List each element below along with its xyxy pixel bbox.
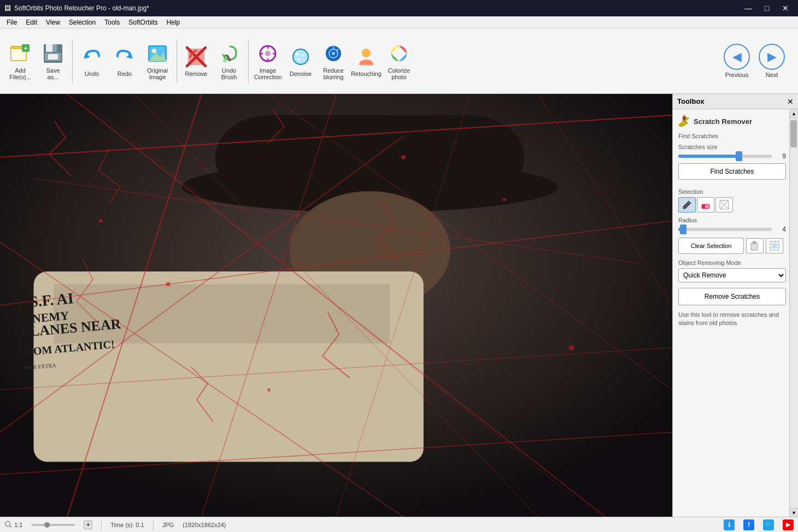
retouching-button[interactable]: Retouching — [350, 31, 382, 91]
svg-point-69 — [401, 155, 406, 159]
title-bar-left: 🖼 SoftOrbits Photo Retoucher Pro - old-m… — [4, 4, 149, 12]
zoom-slider-bar[interactable] — [31, 524, 75, 526]
toolbar-nav: ◀ Previous ▶ Next — [724, 44, 785, 78]
clear-selection-button[interactable]: Clear Selection — [678, 238, 744, 254]
paste-button-2[interactable] — [766, 238, 783, 253]
add-files-button[interactable]: + Add File(s)... — [4, 31, 36, 91]
selection-magic-button[interactable] — [715, 197, 733, 212]
object-removing-mode-label: Object Removing Mode — [678, 259, 786, 266]
zoom-plus-button[interactable]: + — [84, 521, 92, 529]
image-correction-icon — [256, 42, 279, 65]
svg-rect-6 — [52, 44, 57, 52]
menu-edit[interactable]: Edit — [21, 17, 42, 27]
info-icon[interactable]: ℹ — [724, 519, 735, 530]
facebook-icon[interactable]: f — [743, 519, 754, 530]
menu-file[interactable]: File — [2, 17, 21, 27]
reduce-blurring-button[interactable]: Reduce blurring — [318, 31, 349, 91]
time-label: Time (s): 0.1 — [110, 522, 144, 528]
zoom-icon — [4, 521, 12, 529]
format-label: JPG — [162, 522, 174, 528]
svg-point-19 — [223, 59, 227, 62]
find-scratches-section-label: Find Scratches — [678, 133, 786, 139]
undo-button[interactable]: Undo — [76, 31, 108, 91]
selection-eraser-button[interactable] — [697, 197, 714, 212]
app-icon: 🖼 — [4, 4, 11, 12]
radius-slider-container: 4 — [678, 226, 786, 233]
svg-point-66 — [503, 198, 506, 202]
find-scratches-button[interactable]: Find Scratches — [678, 163, 786, 180]
scroll-track — [790, 118, 798, 508]
toolbar: + Add File(s)... Save as... Undo — [0, 28, 798, 94]
toolbox-close-button[interactable]: ✕ — [787, 97, 794, 106]
image-correction-button[interactable]: Image Correction — [252, 31, 284, 91]
previous-nav-wrap: ◀ Previous — [724, 44, 750, 78]
zoom-slider-thumb[interactable] — [44, 522, 50, 528]
toolbar-sep-1 — [72, 39, 73, 83]
denoise-icon — [289, 45, 312, 68]
toolbox-scroll-up[interactable]: ▲ — [789, 109, 798, 118]
maximize-button[interactable]: □ — [759, 3, 775, 14]
reduce-blurring-label: Reduce blurring — [320, 67, 347, 80]
svg-rect-43 — [54, 284, 390, 343]
quick-remove-select[interactable]: Quick RemoveInpaintContent-Aware — [678, 268, 786, 282]
canvas-area[interactable]: S.F. AI ENEMY PLANES NEAR FROM ATLANTIC!… — [0, 94, 672, 517]
scroll-thumb[interactable] — [790, 120, 797, 147]
original-image-icon — [146, 42, 169, 65]
previous-button[interactable]: ◀ — [724, 44, 750, 70]
minimize-button[interactable]: — — [740, 3, 756, 14]
svg-point-26 — [293, 49, 308, 64]
radius-label: Radius — [678, 217, 786, 223]
svg-rect-76 — [702, 204, 705, 209]
paste-button-1[interactable] — [746, 238, 764, 253]
menu-selection[interactable]: Selection — [64, 17, 100, 27]
status-bar: 1:1 + Time (s): 0.1 JPG (1920x1862x24) ℹ… — [0, 517, 798, 532]
save-as-button[interactable]: Save as... — [37, 31, 69, 91]
menu-tools[interactable]: Tools — [100, 17, 124, 27]
remove-label: Remove — [185, 70, 208, 77]
svg-point-29 — [298, 58, 301, 61]
svg-point-33 — [332, 52, 335, 55]
svg-point-28 — [302, 54, 304, 56]
selection-pencil-button[interactable] — [678, 197, 696, 212]
svg-rect-81 — [753, 241, 756, 244]
scratches-size-thumb[interactable] — [736, 151, 742, 161]
status-sep-1 — [101, 520, 102, 530]
scroll-down-arrow[interactable]: ▼ — [790, 508, 798, 517]
svg-point-12 — [152, 49, 156, 53]
remove-button[interactable]: Remove — [180, 31, 212, 91]
close-button[interactable]: ✕ — [777, 3, 794, 14]
title-bar-controls: — □ ✕ — [740, 3, 794, 14]
menu-help[interactable]: Help — [162, 17, 185, 27]
menu-bar: File Edit View Selection Tools SoftOrbit… — [0, 16, 798, 28]
denoise-button[interactable]: Denoise — [285, 31, 316, 91]
twitter-icon[interactable]: 🐦 — [763, 519, 774, 530]
svg-point-30 — [303, 58, 305, 60]
scratches-size-track[interactable] — [678, 155, 772, 158]
youtube-icon[interactable]: ▶ — [783, 519, 794, 530]
selection-tools — [678, 197, 786, 212]
undo-brush-button[interactable]: Undo Brush — [213, 31, 245, 91]
save-as-label: Save as... — [40, 67, 66, 80]
menu-view[interactable]: View — [42, 17, 64, 27]
menu-softorbits[interactable]: SoftOrbits — [124, 17, 162, 27]
toolbox-scrollbar[interactable]: ▲ ▼ — [789, 109, 798, 517]
next-button[interactable]: ▶ — [759, 44, 785, 70]
svg-rect-80 — [751, 243, 758, 250]
radius-thumb[interactable] — [680, 224, 686, 234]
info-text: Use this tool to remove scratches and st… — [678, 311, 786, 328]
radius-track[interactable] — [678, 228, 772, 231]
app-title: SoftOrbits Photo Retoucher Pro - old-man… — [14, 4, 149, 12]
image-correction-label: Image Correction — [254, 67, 282, 80]
radius-value: 4 — [775, 226, 786, 233]
original-image-button[interactable]: Original Image — [142, 31, 173, 91]
previous-label: Previous — [725, 72, 749, 78]
scratches-size-value: 9 — [775, 152, 786, 160]
redo-button[interactable]: Redo — [109, 31, 140, 91]
status-sep-2 — [153, 520, 154, 530]
selection-label: Selection — [678, 188, 786, 195]
undo-brush-label: Undo Brush — [216, 67, 242, 80]
svg-rect-8 — [48, 54, 58, 60]
remove-scratches-button[interactable]: Remove Scratches — [678, 288, 786, 305]
colorize-photo-button[interactable]: Colorize photo — [383, 31, 415, 91]
svg-text:+: + — [24, 45, 27, 51]
